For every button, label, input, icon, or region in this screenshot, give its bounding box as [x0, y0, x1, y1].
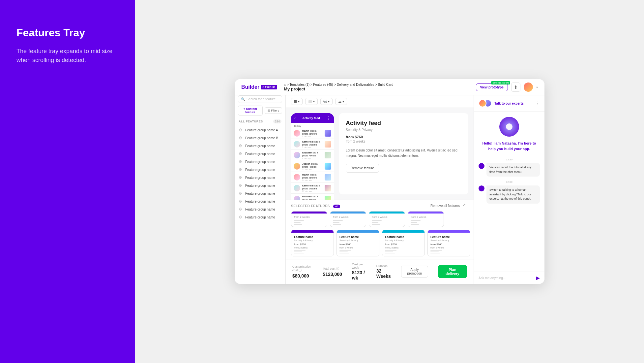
cost-per-week-label: Cost per week — [352, 263, 366, 269]
canvas-area: ‹ Activity feed ⋮ Today Marti — [286, 108, 474, 200]
chat-title[interactable]: Talk to our experts — [494, 102, 524, 105]
avatar-dropdown[interactable]: ▾ — [536, 85, 538, 89]
remove-all-button[interactable]: Remove all features — [430, 204, 460, 208]
sidebar: 🔍 Search for a feature + Custom feature … — [235, 95, 286, 284]
action-bar: + Custom feature ⊞ Filters — [235, 106, 285, 118]
phone-feed-avatar — [294, 174, 300, 181]
feature-card-tag: Security & Privacy — [430, 239, 467, 242]
search-input[interactable]: Search for a feature — [247, 97, 276, 101]
tray-card[interactable]: from 2 weeks — [369, 211, 405, 227]
tool-button-2[interactable]: ⬜ ▾ — [305, 98, 318, 105]
total-cost: Total cost ⓘ $123,000 — [323, 267, 342, 277]
tray-card[interactable]: from 2 weeks — [408, 211, 444, 227]
chat-avatars — [479, 99, 492, 107]
feature-card[interactable]: Feature name Security & Privacy from $76… — [291, 230, 334, 256]
footer-bar: Customisation cost ⓘ $80,000 Total cost … — [286, 259, 474, 284]
custom-feature-button[interactable]: + Custom feature — [238, 106, 263, 116]
phone-feed-time: 14 min ago — [302, 179, 323, 181]
phone-feed-text: Katherine liked a photo Mustafa — [302, 184, 323, 190]
list-item[interactable]: ⚙ Feature group name — [237, 142, 283, 150]
chat-menu-button[interactable]: ⋮ — [535, 101, 540, 106]
phone-feed-item: Martin liked a photo Jenifer's 14 min ag… — [291, 172, 334, 183]
logo: Builder STUDIO — [241, 84, 277, 90]
remove-feature-button[interactable]: Remove feature — [346, 164, 379, 173]
chat-timestamp-2: 12:30 — [479, 181, 540, 183]
feature-card[interactable]: Feature name Security & Privacy from $76… — [427, 230, 470, 256]
view-prototype-button[interactable]: COMING SOON View prototype — [476, 83, 508, 91]
phone-menu-button[interactable]: ⋮ — [327, 116, 331, 120]
feature-card[interactable]: Feature name Security & Privacy from $76… — [382, 230, 425, 256]
total-cost-label: Total cost ⓘ — [323, 267, 342, 271]
search-icon: 🔍 — [241, 97, 245, 101]
chat-header: Talk to our experts ⋮ — [474, 95, 544, 112]
selected-features-label: SELECTED FEATURES — [291, 204, 330, 208]
phone-feed-content: Joseph liked a photo Felipe's 11 min ago — [302, 162, 323, 170]
gear-icon: ⚙ — [239, 215, 243, 219]
phone-container: ‹ Activity feed ⋮ Today Marti — [291, 113, 334, 194]
feature-card-name: Feature name — [430, 235, 467, 239]
list-item[interactable]: ⚙ Feature group name — [237, 182, 283, 189]
info-icon[interactable]: ⓘ — [299, 269, 302, 272]
top-bar: Builder STUDIO ⌂ > Templates (1) > Featu… — [235, 79, 544, 95]
feature-label: Feature group name — [245, 215, 275, 219]
list-item[interactable]: ⚙ Feature group name — [237, 197, 283, 205]
chat-input[interactable]: Ask me anything... — [479, 276, 534, 280]
expand-icon[interactable]: ⤢ — [462, 203, 468, 209]
list-item[interactable]: ⚙ Feature group name — [237, 150, 283, 158]
phone-feed-avatar — [294, 185, 300, 191]
search-box[interactable]: 🔍 Search for a feature — [238, 95, 282, 103]
phone-feed-time: 2 min ago — [302, 135, 323, 137]
info-icon[interactable]: ⓘ — [336, 267, 339, 270]
tray-card[interactable]: from 2 weeks — [330, 211, 366, 227]
list-item[interactable]: ⚙ Feature group name — [237, 166, 283, 174]
tray-card-time: from 2 weeks — [411, 215, 441, 218]
cost-per-week-value: $123 / wk — [352, 270, 366, 280]
ai-avatar-inner — [506, 123, 512, 130]
browser-window: Builder STUDIO ⌂ > Templates (1) > Featu… — [235, 79, 544, 284]
list-item[interactable]: ⚙ Feature group name — [237, 174, 283, 182]
list-item[interactable]: ⚙ Feature group name B — [237, 134, 283, 142]
tool-button-1[interactable]: ☰ ▾ — [291, 98, 303, 105]
gear-icon: ⚙ — [239, 151, 243, 156]
feature-detail-price: from $760 — [346, 135, 462, 139]
feature-label: Feature group name — [245, 152, 275, 156]
gear-icon: ⚙ — [239, 183, 243, 188]
tool-button-4[interactable]: ☁ ▾ — [335, 98, 347, 105]
phone-thumb — [325, 141, 331, 148]
list-item[interactable]: ⚙ Feature group name — [237, 158, 283, 166]
tray-card-time: from 2 weeks — [333, 215, 363, 218]
list-item[interactable]: ⚙ Feature group name — [237, 205, 283, 213]
chat-panel: Talk to our experts ⋮ Hello! I am Natash… — [474, 95, 544, 284]
phone-feed-item: Martin liked a photo Jenifer's 2 min ago — [291, 128, 334, 139]
feature-label: Feature group name A — [245, 128, 278, 132]
gear-icon: ⚙ — [239, 128, 243, 132]
chat-input-area: Ask me anything... ▶ — [474, 272, 544, 284]
feature-detail-panel: Activity feed Security & Privacy from $7… — [339, 113, 468, 194]
list-item[interactable]: ⚙ Feature group name A — [237, 126, 283, 134]
phone-feed-avatar — [294, 130, 300, 137]
plan-delivery-button[interactable]: Plan delivery — [438, 265, 467, 278]
gear-icon: ⚙ — [239, 136, 243, 140]
project-title: My project — [284, 86, 469, 91]
customisation-cost-label: Customisation cost ⓘ — [292, 265, 313, 273]
phone-feed-time: 5 min ago — [302, 146, 323, 148]
chat-send-button[interactable]: ▶ — [536, 275, 540, 280]
list-item[interactable]: ⚙ Feature group name — [237, 189, 283, 197]
feature-card[interactable]: Feature name Security & Privacy from $76… — [337, 230, 379, 256]
feature-label: Feature group name — [245, 176, 275, 180]
all-features-row: ALL FEATURES 294 — [235, 118, 285, 125]
phone-feed-text: Martin liked a photo Jenifer's — [302, 173, 323, 179]
avatar[interactable] — [524, 82, 533, 92]
list-item[interactable]: ⚙ Feature group name — [237, 213, 283, 221]
logo-text: Builder — [241, 84, 259, 90]
filters-button[interactable]: ⊞ Filters — [265, 107, 282, 114]
tray-card[interactable]: from 2 weeks — [291, 211, 327, 227]
feature-label: Feature group name — [245, 208, 275, 211]
feature-card-price: from $760 — [430, 243, 467, 246]
apply-promotion-button[interactable]: Apply promotion — [401, 266, 428, 278]
phone-back-button[interactable]: ‹ — [294, 116, 296, 120]
tool-button-3[interactable]: 💬 ▾ — [320, 98, 333, 105]
customisation-cost: Customisation cost ⓘ $80,000 — [292, 265, 313, 279]
tray-actions: Remove all features ⤢ — [430, 203, 468, 209]
share-button[interactable]: ⬆ — [511, 82, 520, 92]
